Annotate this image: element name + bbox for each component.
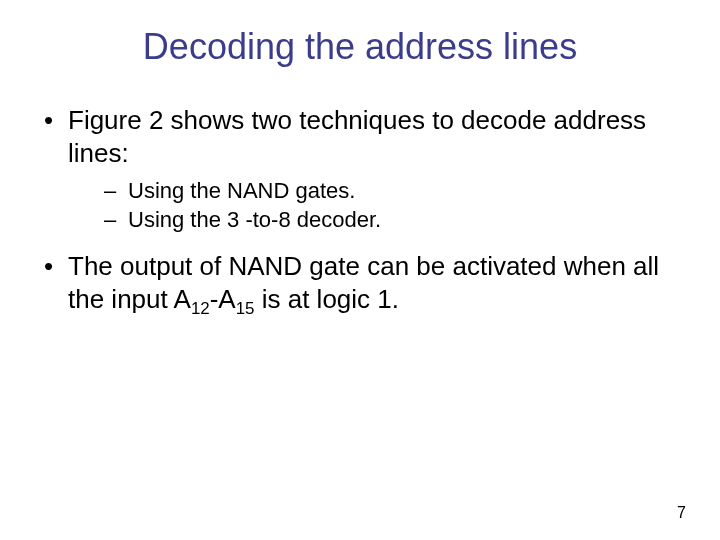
slide-title: Decoding the address lines <box>40 26 680 68</box>
bullet2-part2: is at logic 1. <box>254 284 399 314</box>
bullet-item-2: The output of NAND gate can be activated… <box>40 250 680 315</box>
bullet-item-1: Figure 2 shows two techniques to decode … <box>40 104 680 234</box>
subscript-15: 15 <box>236 299 255 318</box>
sub-list: Using the NAND gates. Using the 3 -to-8 … <box>68 177 680 234</box>
page-number: 7 <box>677 504 686 522</box>
sub-item-1: Using the NAND gates. <box>68 177 680 206</box>
bullet-text-1: Figure 2 shows two techniques to decode … <box>68 105 646 168</box>
sub-item-2: Using the 3 -to-8 decoder. <box>68 206 680 235</box>
main-bullet-list: Figure 2 shows two techniques to decode … <box>40 104 680 315</box>
bullet2-mid: -A <box>210 284 236 314</box>
subscript-12: 12 <box>191 299 210 318</box>
